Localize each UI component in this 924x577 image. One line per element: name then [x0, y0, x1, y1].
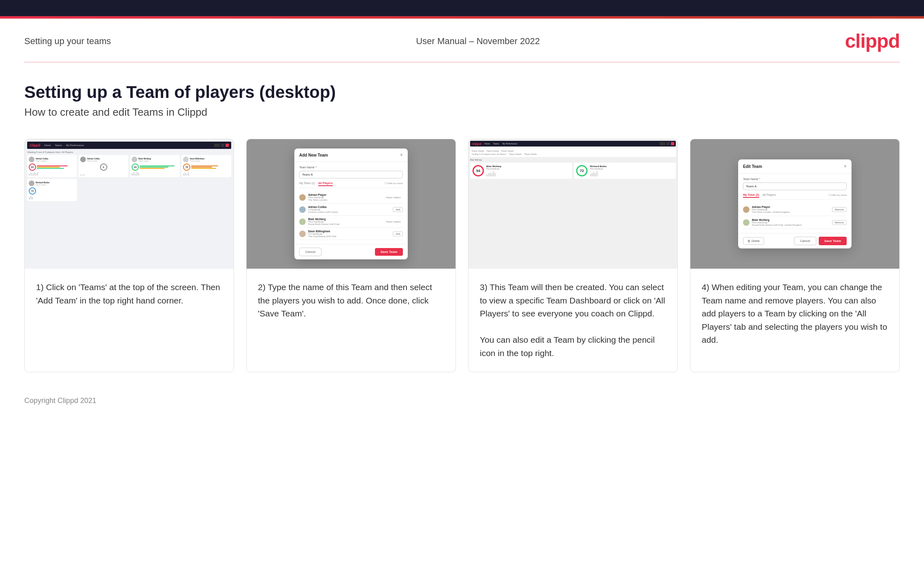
remove-player-2-button[interactable]: Remove	[832, 220, 847, 225]
player-name-2: Adrian Coliba	[308, 206, 390, 208]
tab-all-players[interactable]: All Players	[318, 182, 333, 186]
ss1-nav-perf: My Performance	[66, 144, 84, 146]
copyright-text: Copyright Clippd 2021	[24, 397, 96, 405]
cards-row: clippd Home Teams My Performance Viewing…	[24, 139, 900, 372]
save-team-button[interactable]: Save Team	[375, 248, 403, 256]
close-edit-icon[interactable]: ×	[844, 163, 847, 169]
modal2-tabs: My Team (2) All Players ☐ Filter by name	[743, 193, 847, 200]
ss3-player-meta-2: Richard Butler Plus Handicap	[590, 165, 673, 176]
team-name-input[interactable]	[299, 171, 403, 178]
remove-player-1-button[interactable]: Remove	[832, 207, 847, 212]
ss1-nav-teams: Teams	[55, 144, 62, 146]
ss4-overlay: Edit Team × Team Name * My Team (2) All …	[690, 139, 899, 269]
trash-icon: 🗑	[747, 240, 750, 242]
delete-team-button[interactable]: 🗑 Delete	[743, 237, 764, 245]
ss3-score-1: 94	[473, 165, 484, 176]
tab2-my-team[interactable]: My Team (2)	[743, 193, 759, 198]
player-info-3: Blair McHarg Plus HandicapRoyal North De…	[308, 218, 381, 225]
edit-save-team-button[interactable]: Save Team	[819, 237, 847, 245]
player-added-badge-1: Player Added	[383, 195, 403, 199]
edit-player-name-1: Adrian Player	[752, 206, 830, 208]
edit-player-club-2: Plus HandicapRoyal North Devon Golf Club…	[752, 221, 830, 226]
card-3-text: 3) This Team will then be created. You c…	[468, 269, 677, 372]
ss3-player-sub-1: Plus Handicap	[486, 168, 570, 170]
edit-player-info-2: Blair McHarg Plus HandicapRoyal North De…	[752, 218, 830, 226]
delete-label: Delete	[752, 240, 760, 242]
edit-team-name-label: Team Name *	[743, 178, 847, 180]
header-left: Setting up your teams	[24, 36, 111, 47]
main-content: Setting up a Team of players (desktop) H…	[0, 62, 924, 388]
modal-tabs: My Team (2) All Players ☐ Filter by name	[299, 182, 403, 188]
player-club-4: 3.5 HandicapThe Oxg Maong Golf Club	[308, 233, 390, 238]
player-info-4: Dave Billingham 3.5 HandicapThe Oxg Maon…	[308, 230, 390, 238]
player-avatar-2	[299, 206, 306, 213]
modal2-action-buttons: Cancel Save Team	[794, 237, 847, 245]
add-player-4-button[interactable]: Add	[393, 231, 403, 236]
edit-player-club-1: Plus HandicapThe Shire London, United Ki…	[752, 208, 830, 213]
card-1-screenshot: clippd Home Teams My Performance Viewing…	[25, 139, 234, 269]
edit-player-item-1: Adrian Player Plus HandicapThe Shire Lon…	[743, 203, 847, 216]
ss1-breadcrumb: Viewing 5 out of 5 players from: All Pla…	[27, 151, 231, 153]
ss3: clippd Home Teams My Performance Player …	[468, 139, 677, 269]
player-avatar-4	[299, 231, 306, 237]
card-2-screenshot: Add New Team × Team Name * My Team (2) A…	[247, 139, 456, 269]
player-club-3: Plus HandicapRoyal North Devon Golf Club	[308, 221, 381, 225]
cancel-button[interactable]: Cancel	[299, 248, 321, 256]
player-name-1: Adrian Player	[308, 193, 381, 196]
player-info-2: Adrian Coliba 1 HandicapCentral London G…	[308, 206, 390, 213]
player-club-2: 1 HandicapCentral London Golf Centre	[308, 208, 390, 213]
card-3-screenshot: clippd Home Teams My Performance Player …	[468, 139, 677, 269]
filter-by-name: ☐ Filter by name	[385, 182, 403, 186]
ss3-nav-teams: Teams	[493, 142, 499, 145]
footer: Copyright Clippd 2021	[0, 388, 924, 413]
ss3-player-1: 94 Blair McHarg Plus Handicap	[470, 163, 572, 179]
player-avatar-1	[299, 194, 306, 201]
edit-player-name-2: Blair McHarg	[752, 218, 830, 221]
card-2: Add New Team × Team Name * My Team (2) A…	[246, 139, 456, 372]
header: Setting up your teams User Manual – Nove…	[0, 19, 924, 52]
player-list: Adrian Player Plus HandicapThe Shire Lon…	[299, 191, 403, 240]
ss3-score-2: 72	[576, 165, 588, 176]
modal2-header: Edit Team ×	[738, 159, 852, 174]
edit-team-name-input[interactable]	[743, 182, 847, 190]
tab2-all-players[interactable]: All Players	[762, 193, 776, 198]
team-name-label: Team Name *	[299, 166, 403, 169]
add-team-modal: Add New Team × Team Name * My Team (2) A…	[294, 148, 408, 259]
player-item-2: Adrian Coliba 1 HandicapCentral London G…	[299, 204, 403, 216]
ss3-logo: clippd	[472, 142, 481, 146]
ss3-nav-perf: My Performance	[502, 142, 517, 145]
player-info-1: Adrian Player Plus HandicapThe Shire Lon…	[308, 193, 381, 201]
card-1: clippd Home Teams My Performance Viewing…	[24, 139, 234, 372]
header-divider	[24, 62, 900, 62]
ss1-nav-home: Home	[45, 144, 51, 146]
ss3-filter: Blair McHarg	[470, 159, 676, 161]
tab-my-team[interactable]: My Team (2)	[299, 182, 315, 186]
player-name-4: Dave Billingham	[308, 230, 390, 233]
modal2-footer: 🗑 Delete Cancel Save Team	[738, 233, 852, 248]
card-1-text: 1) Click on 'Teams' at the top of the sc…	[25, 269, 234, 372]
close-icon[interactable]: ×	[400, 153, 403, 157]
modal-header: Add New Team ×	[294, 148, 408, 162]
edit-team-modal: Edit Team × Team Name * My Team (2) All …	[738, 159, 852, 248]
player-item-3: Blair McHarg Plus HandicapRoyal North De…	[299, 216, 403, 228]
ss3-nav-home: Home	[485, 142, 490, 145]
edit-player-list: Adrian Player Plus HandicapThe Shire Lon…	[743, 203, 847, 229]
modal-body: Team Name * My Team (2) All Players ☐ Fi…	[294, 162, 408, 244]
ss3-player-grid: 94 Blair McHarg Plus Handicap	[470, 163, 676, 179]
ss3-header: clippd Home Teams My Performance	[470, 141, 676, 146]
top-bar	[0, 0, 924, 16]
add-player-2-button[interactable]: Add	[393, 207, 403, 212]
edit-player-avatar-1	[743, 206, 749, 213]
card-3: clippd Home Teams My Performance Player …	[468, 139, 678, 372]
edit-cancel-button[interactable]: Cancel	[794, 237, 816, 245]
modal-footer: Cancel Save Team	[294, 244, 408, 259]
ss3-sub-header: Player Details Player Details Player Det…	[470, 148, 676, 157]
ss1-logo: clippd	[30, 143, 40, 147]
card-2-text: 2) Type the name of this Team and then s…	[247, 269, 456, 372]
logo: clippd	[845, 30, 900, 52]
header-center: User Manual – November 2022	[416, 36, 540, 47]
modal2-body: Team Name * My Team (2) All Players ☐ Fi…	[738, 174, 852, 233]
edit-player-info-1: Adrian Player Plus HandicapThe Shire Lon…	[752, 206, 830, 213]
ss3-player-sub-2: Plus Handicap	[590, 168, 673, 170]
edit-player-avatar-2	[743, 219, 749, 226]
